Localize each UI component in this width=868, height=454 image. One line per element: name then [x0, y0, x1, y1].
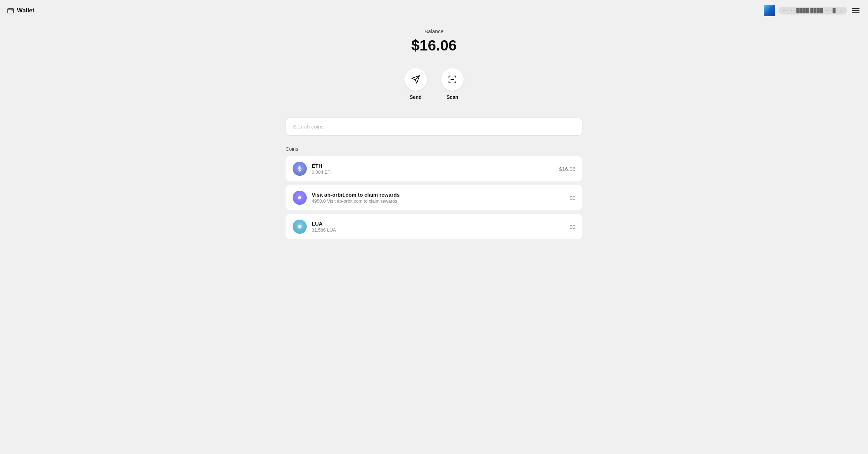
coins-section: Coins ETH 0.004 ETH: [286, 146, 582, 239]
address-bar: ···· ···· ████ ████ ··· · █ · ·,: [779, 7, 847, 14]
wallet-title: Wallet: [17, 7, 34, 14]
address-text: ···· ···· ████ ████ ··· · █ · ·,: [783, 8, 843, 13]
coin-item-eth[interactable]: ETH 0.004 ETH $16.06: [286, 156, 582, 181]
send-button[interactable]: Send: [404, 68, 427, 100]
eth-info: ETH 0.004 ETH: [312, 163, 554, 175]
svg-marker-7: [300, 169, 302, 172]
svg-point-12: [299, 197, 301, 199]
reward-info: Visit ab-orbit.com to claim rewards 4950…: [312, 192, 564, 204]
balance-section: Balance $16.06: [411, 28, 457, 54]
actions-container: Send Scan: [404, 68, 464, 100]
reward-symbol: [296, 194, 304, 202]
eth-symbol: [296, 165, 304, 173]
reward-value: $0: [569, 195, 575, 201]
coin-item-reward[interactable]: Visit ab-orbit.com to claim rewards 4950…: [286, 185, 582, 210]
send-circle: [404, 68, 427, 91]
coin-item-lua[interactable]: LUA 31.586 LUA $0: [286, 214, 582, 239]
wallet-header: Wallet: [7, 7, 34, 14]
coin-list: ETH 0.004 ETH $16.06 Visit ab-orbit.com …: [286, 156, 582, 239]
lua-info: LUA 31.586 LUA: [312, 221, 564, 233]
send-icon: [411, 75, 420, 84]
eth-name: ETH: [312, 163, 554, 169]
reward-amount: 4950.0 Visit ab-orbit.com to claim rewar…: [312, 198, 564, 204]
avatar: [764, 5, 775, 16]
scan-icon: [448, 75, 457, 84]
lua-name: LUA: [312, 221, 564, 227]
svg-rect-0: [8, 8, 14, 13]
scan-label: Scan: [446, 94, 458, 100]
reward-icon: [293, 191, 307, 205]
reward-name: Visit ab-orbit.com to claim rewards: [312, 192, 564, 198]
search-input[interactable]: [286, 118, 582, 136]
top-bar: Wallet ···· ···· ████ ████ ··· · █ · ·,: [0, 0, 868, 21]
send-label: Send: [410, 94, 422, 100]
lua-icon: [293, 220, 307, 234]
main-content: Balance $16.06 Send: [0, 0, 868, 253]
wallet-icon: [7, 7, 14, 14]
eth-amount: 0.004 ETH: [312, 169, 554, 175]
eth-icon: [293, 162, 307, 176]
balance-label: Balance: [411, 28, 457, 34]
eth-value: $16.06: [559, 166, 575, 172]
top-bar-right: ···· ···· ████ ████ ··· · █ · ·,: [764, 5, 861, 16]
scan-button[interactable]: Scan: [441, 68, 464, 100]
lua-symbol: [296, 223, 304, 231]
balance-amount: $16.06: [411, 37, 457, 54]
scan-circle: [441, 68, 464, 91]
coins-label: Coins: [286, 146, 582, 152]
svg-point-14: [300, 225, 301, 227]
lua-value: $0: [569, 224, 575, 230]
svg-marker-8: [298, 169, 300, 172]
search-container: [286, 118, 582, 136]
menu-button[interactable]: [850, 7, 861, 14]
lua-amount: 31.586 LUA: [312, 227, 564, 233]
